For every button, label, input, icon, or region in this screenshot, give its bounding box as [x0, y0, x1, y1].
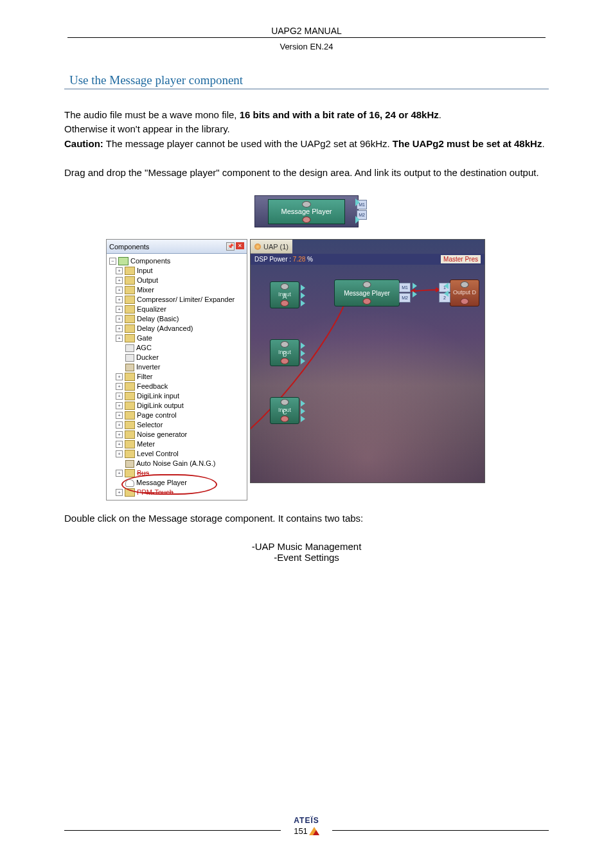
tree-item-page-control[interactable]: Page control	[137, 411, 177, 420]
pin-icon[interactable]: 📌	[226, 242, 235, 251]
tree-item-selector[interactable]: Selector	[137, 420, 163, 430]
tree-item-delay-advanced[interactable]: Delay (Advanced)	[137, 324, 193, 333]
tree-item-meter[interactable]: Meter	[137, 439, 155, 449]
tree-item-equalizer[interactable]: Equalizer	[137, 305, 166, 314]
expand-icon[interactable]: +	[116, 277, 123, 284]
page-header: UAPG2 MANUAL Version EN.24	[64, 26, 549, 54]
expand-icon[interactable]: +	[116, 315, 123, 323]
expand-icon[interactable]: +	[116, 431, 123, 438]
p3-c: The UAPg2 must be set at 48kHz	[393, 138, 542, 149]
tree-item-level-control[interactable]: Level Control	[137, 449, 179, 459]
logo-triangle-icon	[309, 827, 319, 835]
expand-icon[interactable]: +	[116, 402, 123, 409]
components-panel-header: Components 📌 ✕	[107, 240, 247, 254]
master-pres-label: Master Pres	[441, 255, 481, 263]
node-input-a[interactable]: Input A	[270, 281, 299, 308]
expand-icon[interactable]: +	[116, 325, 123, 332]
tree-item-feedback[interactable]: Feedback	[137, 382, 168, 391]
folder-icon	[125, 305, 135, 314]
tree-item-mixer[interactable]: Mixer	[137, 285, 154, 295]
p5: Double click on the Message storage comp…	[64, 512, 549, 525]
expand-icon[interactable]: +	[116, 373, 123, 380]
paragraph-block-1: The audio file must be a wave mono file,…	[64, 109, 549, 150]
footer-brand: ATEÏS	[294, 816, 319, 825]
dsp-power-pct: %	[307, 256, 313, 263]
node-top-dot-icon	[461, 281, 469, 288]
tree-item-digilink-output[interactable]: DigiLink output	[137, 401, 184, 411]
folder-icon	[125, 440, 135, 448]
paragraph-block-3: Double click on the Message storage comp…	[64, 512, 549, 525]
expand-icon[interactable]: −	[109, 258, 116, 265]
design-tab-label: UAP (1)	[263, 243, 289, 251]
close-icon[interactable]: ✕	[236, 242, 244, 249]
expand-icon[interactable]: +	[116, 441, 123, 448]
expand-icon[interactable]: +	[116, 412, 123, 419]
paragraph-block-2: Drag and drop the "Message player" compo…	[64, 166, 549, 179]
dsp-power-label: DSP Power :	[254, 256, 291, 263]
node-mp-port-m1[interactable]: M1	[399, 283, 411, 292]
tree-item-ang[interactable]: Auto Noise Gain (A.N.G.)	[136, 459, 216, 468]
node-output-d[interactable]: Output D 1 2	[450, 279, 479, 306]
expand-icon[interactable]: +	[116, 450, 123, 457]
tree-item-ducker[interactable]: Ducker	[136, 353, 159, 362]
node-top-dot-icon	[281, 341, 289, 348]
expand-icon[interactable]: +	[116, 421, 123, 429]
dsp-power-value: 7.28	[293, 256, 305, 263]
node-input-c-sub: C	[271, 409, 299, 416]
design-tab[interactable]: UAP (1)	[251, 240, 292, 254]
header-version: Version EN.24	[64, 40, 549, 51]
node-message-player[interactable]: Message Player M1 M2	[334, 279, 400, 306]
node-mp-label: Message Player	[344, 290, 390, 297]
tree-item-digilink-input[interactable]: DigiLink input	[137, 391, 179, 401]
tree-item-input[interactable]: Input	[137, 266, 152, 276]
expand-icon[interactable]: +	[116, 383, 123, 390]
folder-icon	[125, 296, 135, 304]
tree-item-agc[interactable]: AGC	[136, 343, 152, 353]
folder-icon	[125, 324, 135, 333]
node-mp-port-m2[interactable]: M2	[399, 293, 411, 303]
expand-icon[interactable]: +	[116, 489, 123, 496]
tree-item-filter[interactable]: Filter	[137, 372, 152, 382]
node-input-a-sub: A	[271, 293, 299, 300]
tree-item-output[interactable]: Output	[137, 276, 158, 285]
expand-icon[interactable]: +	[116, 306, 123, 313]
page-number: 151	[294, 826, 308, 836]
p3-d: .	[542, 138, 544, 149]
node-input-c[interactable]: Input C	[270, 397, 299, 424]
node-bot-dot-icon	[281, 300, 289, 306]
expand-icon[interactable]: +	[116, 287, 123, 294]
folder-icon	[125, 334, 135, 342]
tree-root: Components	[130, 256, 170, 266]
tabs-list: -UAP Music Management -Event Settings	[64, 541, 549, 563]
node-bot-dot-icon	[363, 298, 371, 305]
leaf-icon	[125, 364, 134, 371]
header-title: UAPG2 MANUAL	[67, 26, 546, 38]
tab-item-event: -Event Settings	[64, 552, 549, 563]
leaf-icon	[125, 354, 134, 362]
expand-icon[interactable]: +	[116, 335, 123, 342]
tree-item-delay-basic[interactable]: Delay (Basic)	[137, 314, 179, 324]
design-canvas[interactable]: UAP (1) DSP Power : 7.28 % Master Pres	[250, 239, 485, 483]
expand-icon[interactable]: +	[116, 470, 123, 477]
p3-b: The message player cannot be used with t…	[103, 138, 393, 149]
p1-a: The audio file must be a wave mono file,	[64, 109, 240, 120]
folder-icon	[125, 421, 135, 429]
folder-icon	[125, 430, 135, 439]
folder-icon	[125, 469, 135, 477]
expand-icon[interactable]: +	[116, 267, 123, 274]
node-output-d-name: Output	[453, 289, 470, 296]
folder-icon	[125, 411, 135, 420]
expand-icon[interactable]: +	[116, 296, 123, 303]
section-heading: Use the Message player component	[64, 54, 549, 89]
highlight-ring	[121, 474, 217, 495]
node-input-b[interactable]: Input B	[270, 339, 299, 366]
node-input-b-sub: B	[271, 351, 299, 358]
folder-icon	[125, 373, 135, 381]
components-tree[interactable]: −Components +Input +Output +Mixer +Compr…	[107, 254, 247, 500]
tree-item-gate[interactable]: Gate	[137, 333, 152, 343]
node-bot-dot-icon	[281, 416, 289, 422]
tree-item-noise-generator[interactable]: Noise generator	[137, 430, 187, 439]
expand-icon[interactable]: +	[116, 393, 123, 400]
tree-item-inverter[interactable]: Inverter	[136, 362, 160, 372]
tree-item-compressor[interactable]: Compressor/ Limiter/ Expander	[137, 295, 235, 305]
